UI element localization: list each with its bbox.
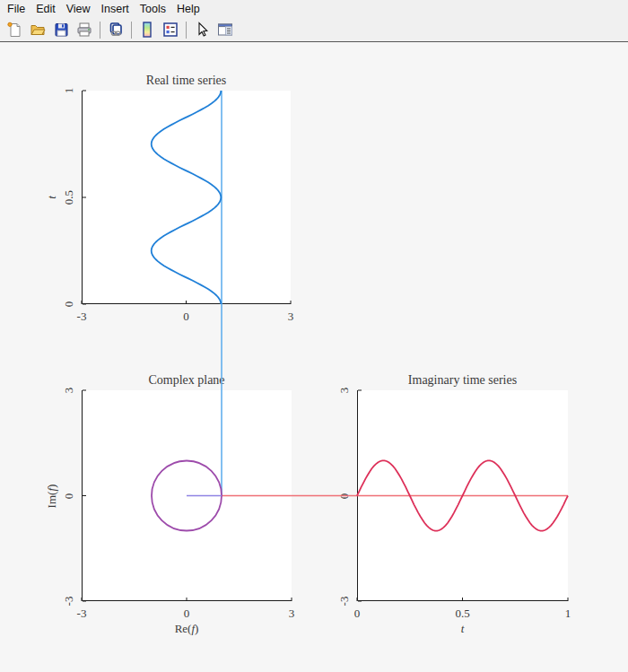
x-tick-label: 0 [184, 607, 190, 620]
figure-canvas: Real time series-30310.50tComplex plane-… [0, 42, 628, 672]
y-tick-label: 1 [63, 88, 75, 94]
menu-file[interactable]: File [2, 1, 31, 17]
y-axis-label-part: ) [45, 484, 58, 487]
print-icon [75, 21, 93, 39]
toolbar-separator [100, 22, 100, 39]
chart-labels-layer: Real time series-30310.50tComplex plane-… [0, 42, 628, 672]
x-tick-label: 3 [289, 607, 295, 620]
x-tick-label: -3 [77, 310, 87, 323]
x-tick-label: 3 [288, 310, 294, 323]
y-tick-label: 0.5 [63, 190, 75, 205]
new-figure-button[interactable] [3, 19, 26, 40]
figure-properties-button[interactable] [214, 19, 237, 40]
x-axis-label: t [461, 623, 465, 635]
menu-edit[interactable]: Edit [31, 1, 61, 17]
colorbar-icon [138, 21, 156, 39]
y-tick-label: 3 [63, 388, 75, 394]
y-axis-label-part: Im( [45, 491, 58, 508]
x-tick-label: 1 [565, 607, 571, 620]
save-icon [52, 21, 70, 39]
toolbar [0, 18, 628, 42]
y-tick-label: -3 [63, 597, 75, 607]
pointer-button[interactable] [190, 19, 214, 40]
plot-title: Real time series [146, 74, 226, 88]
y-tick-label: -3 [338, 597, 351, 607]
print-button[interactable] [73, 19, 96, 40]
open-folder-icon [29, 21, 47, 39]
y-tick-label: 0 [338, 493, 351, 499]
legend-icon [161, 21, 179, 39]
menu-view[interactable]: View [61, 1, 96, 17]
pointer-icon [193, 21, 211, 39]
toolbar-separator [186, 22, 187, 39]
figure-window: { "window": { "chrome_bg": "#f0f0f0", "c… [0, 0, 628, 672]
menu-tools[interactable]: Tools [135, 1, 171, 17]
copy-button[interactable] [104, 19, 127, 40]
y-axis-label: t [46, 196, 58, 199]
new-figure-icon [5, 21, 23, 39]
y-tick-label: 0 [63, 493, 75, 499]
menu-insert[interactable]: Insert [96, 1, 135, 17]
y-tick-label: 3 [338, 388, 351, 394]
y-axis-label-part: t [45, 196, 58, 199]
toolbar-separator [131, 22, 132, 39]
colorbar-button[interactable] [135, 19, 159, 40]
menu-bar: File Edit View Insert Tools Help [0, 0, 628, 18]
figure-properties-icon [216, 21, 234, 39]
save-button[interactable] [49, 19, 73, 40]
plot-title: Complex plane [148, 373, 224, 388]
open-button[interactable] [26, 19, 49, 40]
copy-link-icon [107, 21, 125, 39]
x-tick-label: 0.5 [455, 607, 469, 620]
x-axis-label-part: ) [195, 622, 198, 635]
y-tick-label: 0 [63, 301, 75, 308]
x-axis-label-part: Re( [175, 622, 192, 635]
x-tick-label: -3 [77, 607, 87, 620]
y-axis-label: Im(f) [46, 484, 58, 508]
x-tick-label: 0 [183, 310, 189, 323]
menu-help[interactable]: Help [171, 1, 205, 17]
x-axis-label: Re(f) [175, 623, 199, 635]
x-tick-label: 0 [354, 607, 361, 620]
x-axis-label-part: t [461, 622, 465, 635]
legend-button[interactable] [159, 19, 182, 40]
plot-title: Imaginary time series [408, 373, 517, 388]
